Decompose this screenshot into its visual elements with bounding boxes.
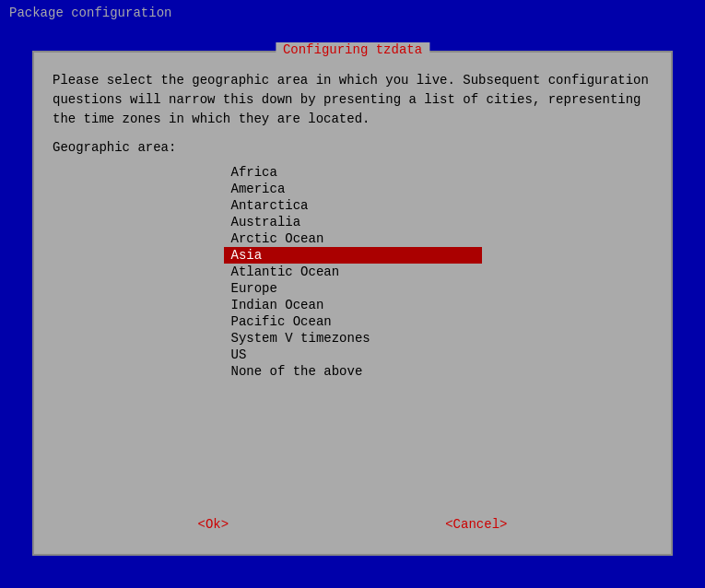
list-item[interactable]: System V timezones	[224, 330, 482, 347]
list-item[interactable]: Pacific Ocean	[224, 313, 482, 330]
list-item[interactable]: Asia	[224, 247, 482, 264]
list-item[interactable]: Australia	[224, 214, 482, 230]
dialog-content: Please select the geographic area in whi…	[34, 53, 671, 554]
cancel-button[interactable]: <Cancel>	[438, 515, 514, 534]
window-title: Package configuration	[9, 6, 171, 20]
button-bar: <Ok> <Cancel>	[53, 504, 652, 545]
geo-area-label: Geographic area:	[53, 140, 652, 155]
list-item[interactable]: Arctic Ocean	[224, 230, 482, 247]
list-item[interactable]: Atlantic Ocean	[224, 264, 482, 280]
list-item[interactable]: Africa	[224, 164, 482, 181]
title-bar: Package configuration	[0, 0, 705, 26]
list-item[interactable]: None of the above	[224, 363, 482, 380]
list-item[interactable]: Indian Ocean	[224, 297, 482, 313]
list-item[interactable]: Europe	[224, 280, 482, 297]
description-text: Please select the geographic area in whi…	[53, 71, 652, 129]
dialog-title-bar: Configuring tzdata	[276, 42, 429, 57]
list-item[interactable]: US	[224, 347, 482, 363]
list-item[interactable]: Antarctica	[224, 197, 482, 214]
ok-button[interactable]: <Ok>	[191, 515, 237, 534]
dialog-outer: Configuring tzdata Please select the geo…	[32, 51, 673, 556]
geo-list: AfricaAmericaAntarcticaAustraliaArctic O…	[224, 164, 482, 380]
dialog-title: Configuring tzdata	[283, 42, 422, 57]
list-item[interactable]: America	[224, 181, 482, 197]
list-container: AfricaAmericaAntarcticaAustraliaArctic O…	[53, 164, 652, 504]
